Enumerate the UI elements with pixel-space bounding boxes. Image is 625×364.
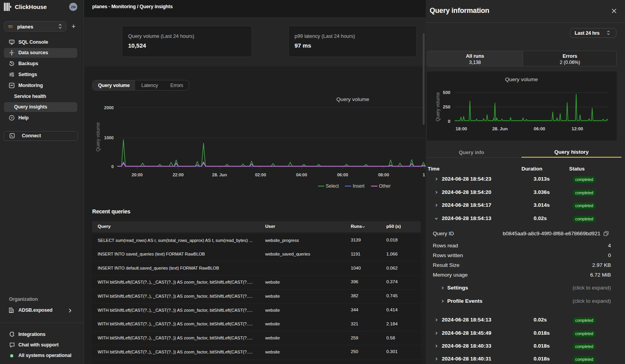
svg-text:0: 0 [111, 164, 114, 169]
svg-text:Insert: Insert [353, 183, 365, 189]
svg-text:06:00: 06:00 [337, 172, 348, 177]
svg-text:Query volume: Query volume [95, 122, 101, 151]
svg-text:Select: Select [326, 183, 339, 189]
svg-text:02:00: 02:00 [255, 172, 266, 177]
svg-text:Query volume: Query volume [435, 92, 441, 121]
svg-text:06:00: 06:00 [534, 126, 545, 131]
svg-text:Query volume: Query volume [336, 96, 369, 102]
svg-text:04:00: 04:00 [296, 172, 307, 177]
svg-text:0: 0 [448, 119, 450, 124]
svg-text:Query volume: Query volume [505, 76, 538, 82]
svg-text:28. Jun: 28. Jun [212, 172, 227, 177]
svg-text:08:00: 08:00 [378, 172, 389, 177]
svg-text:12:00: 12:00 [571, 126, 583, 131]
svg-text:Other: Other [379, 183, 391, 189]
svg-text:?: ? [11, 116, 13, 120]
svg-text:1000: 1000 [104, 135, 114, 140]
svg-text:22:00: 22:00 [173, 172, 184, 177]
svg-text:2000: 2000 [104, 105, 114, 110]
svg-text:aws: aws [8, 25, 13, 27]
svg-text:20:00: 20:00 [132, 172, 143, 177]
svg-text:18:00: 18:00 [455, 126, 467, 131]
svg-text:1: 1 [423, 172, 425, 177]
svg-text:500: 500 [443, 90, 450, 95]
svg-text:28. Jun: 28. Jun [492, 126, 508, 131]
svg-text:250: 250 [443, 105, 450, 109]
